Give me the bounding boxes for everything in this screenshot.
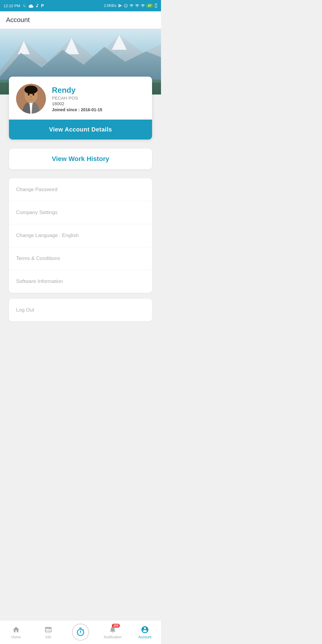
network-speed: 2.0KB/s bbox=[104, 4, 117, 8]
profile-name: Rendy bbox=[52, 86, 145, 95]
change-language-item[interactable]: Change Language : English bbox=[9, 224, 152, 247]
company-settings-item[interactable]: Company Settings bbox=[9, 201, 152, 224]
p-icon: P bbox=[41, 3, 44, 8]
view-account-details-button[interactable]: View Account Details bbox=[9, 120, 152, 140]
battery-icon bbox=[154, 4, 157, 8]
profile-info: Rendy PECAH POS 18002 Joined since : 201… bbox=[16, 84, 145, 120]
profile-id: 18002 bbox=[52, 101, 145, 106]
whatsapp-icon bbox=[22, 3, 27, 8]
svg-rect-2 bbox=[156, 4, 157, 4]
time: 12:10 PM bbox=[4, 4, 20, 8]
status-left: 12:10 PM P bbox=[4, 3, 44, 8]
profile-company: PECAH POS bbox=[52, 95, 145, 100]
send-icon bbox=[118, 4, 122, 8]
profile-details: Rendy PECAH POS 18002 Joined since : 201… bbox=[52, 86, 145, 112]
view-work-history-button[interactable]: View Work History bbox=[9, 148, 152, 169]
status-right: 2.0KB/s 47 bbox=[104, 4, 157, 8]
avatar bbox=[16, 84, 46, 114]
wifi-icon bbox=[141, 4, 145, 8]
cloud-icon bbox=[29, 4, 33, 8]
menu-section: Change Password Company Settings Change … bbox=[9, 178, 152, 293]
signal2-icon bbox=[135, 4, 139, 8]
svg-point-15 bbox=[32, 94, 34, 96]
svg-point-14 bbox=[28, 94, 30, 96]
change-password-item[interactable]: Change Password bbox=[9, 178, 152, 201]
avatar-image bbox=[16, 84, 46, 114]
svg-rect-1 bbox=[155, 4, 157, 7]
status-bar: 12:10 PM P 2.0KB/s 47 bbox=[0, 0, 161, 11]
page-title: Account bbox=[6, 16, 155, 24]
svg-point-16 bbox=[30, 96, 32, 98]
music-icon bbox=[35, 4, 39, 8]
logout-button[interactable]: Log Out bbox=[9, 299, 152, 321]
terms-conditions-item[interactable]: Terms & Conditions bbox=[9, 247, 152, 270]
header: Account bbox=[0, 11, 161, 29]
clock-icon bbox=[124, 4, 128, 8]
profile-card: Rendy PECAH POS 18002 Joined since : 201… bbox=[9, 77, 152, 140]
profile-joined: Joined since : 2016-01-15 bbox=[52, 107, 145, 112]
logout-section: Log Out bbox=[9, 299, 152, 321]
software-information-item[interactable]: Software Information bbox=[9, 270, 152, 293]
battery-indicator: 47 bbox=[146, 4, 153, 8]
signal-icon bbox=[129, 4, 134, 8]
